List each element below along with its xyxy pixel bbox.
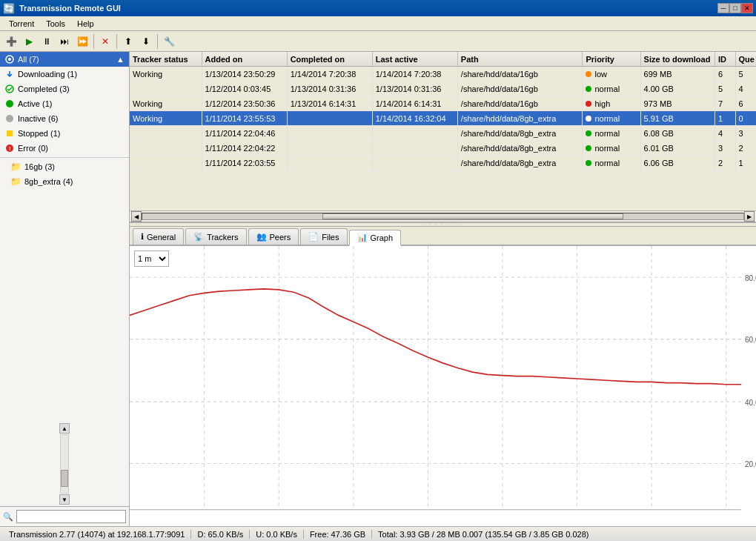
svg-text:20.0 KB/s: 20.0 KB/s <box>745 459 756 468</box>
td-added-4: 1/11/2014 22:04:46 <box>202 126 288 140</box>
menu-help[interactable]: Help <box>71 19 100 28</box>
td-lastactive-0: 1/14/2014 7:20:38 <box>373 67 458 81</box>
sidebar-item-all[interactable]: All (7) ▲ <box>0 52 129 67</box>
tab-peers[interactable]: 👥 Peers <box>248 228 299 245</box>
th-path[interactable]: Path <box>458 52 583 66</box>
td-priority-1: normal <box>583 82 640 96</box>
svg-text:40.0 KB/s: 40.0 KB/s <box>745 397 756 407</box>
table-row[interactable]: 1/11/2014 22:04:22 /share/hdd/data/8gb_e… <box>130 141 756 156</box>
td-queue-0: 5 <box>736 67 756 81</box>
sidebar-scrolltrack <box>60 434 69 494</box>
tab-general-label: General <box>147 233 176 242</box>
tab-graph[interactable]: 📊 Graph <box>349 230 402 246</box>
maximize-button[interactable]: □ <box>729 3 741 13</box>
td-added-6: 1/11/2014 22:03:55 <box>202 156 288 170</box>
sidebar-scrollup[interactable]: ▲ <box>116 55 125 64</box>
sidebar-scrollthumb[interactable] <box>61 470 68 487</box>
toolbar-resume-button[interactable]: ▶ <box>21 33 37 50</box>
sidebar-scroll-down[interactable]: ▼ <box>59 494 70 505</box>
tab-general[interactable]: ℹ General <box>133 228 184 245</box>
time-range-select[interactable]: 1 m 5 m 15 m 1 h <box>134 250 169 267</box>
graph-controls: 1 m 5 m 15 m 1 h <box>134 250 169 267</box>
td-completed-0: 1/14/2014 7:20:38 <box>288 67 373 81</box>
th-queue[interactable]: Que <box>736 52 756 66</box>
table-row[interactable]: 1/11/2014 22:04:46 /share/hdd/data/8gb_e… <box>130 126 756 141</box>
app-icon: 🔄 <box>3 3 15 14</box>
td-path-2: /share/hdd/data/16gb <box>458 96 583 110</box>
th-id[interactable]: ID <box>715 52 736 66</box>
scroll-right-button[interactable]: ▶ <box>744 211 755 222</box>
sidebar-list: All (7) ▲ Downloading (1) Completed (3) <box>0 52 129 422</box>
td-priority-3: normal <box>583 111 640 125</box>
th-completed-on[interactable]: Completed on <box>288 52 373 66</box>
app-title: Transmission Remote GUI <box>19 4 717 13</box>
toolbar-sep3 <box>157 34 158 49</box>
td-queue-6: 1 <box>736 156 756 170</box>
scroll-left-button[interactable]: ◀ <box>131 211 142 222</box>
search-input[interactable] <box>16 510 126 523</box>
minimize-button[interactable]: ─ <box>717 3 729 13</box>
th-priority[interactable]: Priority <box>583 52 640 66</box>
tab-trackers[interactable]: 📡 Trackers <box>185 228 246 245</box>
td-queue-2: 6 <box>736 96 756 110</box>
trackers-tab-icon: 📡 <box>193 232 204 242</box>
downloading-icon <box>4 69 15 79</box>
toolbar-up-button[interactable]: ⬆ <box>120 33 136 50</box>
td-priority-5: normal <box>583 141 640 155</box>
priority-dot-6 <box>586 160 591 166</box>
completed-icon <box>4 84 15 94</box>
toolbar-add-button[interactable]: ➕ <box>3 33 19 50</box>
toolbar-settings-button[interactable]: 🔧 <box>161 33 177 50</box>
th-added-on[interactable]: Added on <box>202 52 288 66</box>
sidebar-item-error[interactable]: ! Error (0) <box>0 141 129 156</box>
menu-tools[interactable]: Tools <box>40 19 71 28</box>
sidebar-item-downloading[interactable]: Downloading (1) <box>0 67 129 82</box>
td-size-0: 699 MB <box>641 67 715 81</box>
td-lastactive-3: 1/14/2014 16:32:04 <box>373 111 458 125</box>
th-last-active[interactable]: Last active <box>373 52 458 66</box>
sidebar-scroll-up[interactable]: ▲ <box>59 423 70 434</box>
td-queue-5: 2 <box>736 141 756 155</box>
toolbar-down-button[interactable]: ⬇ <box>138 33 154 50</box>
toolbar-remove-button[interactable]: ✕ <box>97 33 113 50</box>
sidebar-item-active[interactable]: Active (1) <box>0 96 129 111</box>
right-panel: Tracker status Added on Completed on Las… <box>130 52 756 526</box>
table-row[interactable]: Working 1/12/2014 23:50:36 1/13/2014 6:1… <box>130 96 756 111</box>
svg-rect-8 <box>130 246 756 526</box>
tab-trackers-label: Trackers <box>207 233 238 242</box>
table-row[interactable]: 1/11/2014 22:03:55 /share/hdd/data/8gb_e… <box>130 156 756 170</box>
th-size[interactable]: Size to download <box>641 52 715 66</box>
menu-torrent[interactable]: Torrent <box>3 19 40 28</box>
toolbar-resume-all-button[interactable]: ⏭ <box>56 33 73 50</box>
sidebar-item-completed[interactable]: Completed (3) <box>0 82 129 96</box>
sidebar-error-label: Error (0) <box>18 144 48 153</box>
toolbar-pause-button[interactable]: ⏸ <box>39 33 55 50</box>
sidebar-inactive-label: Inactive (6) <box>18 114 58 123</box>
sidebar-folder-16gb[interactable]: 📁 16gb (3) <box>0 159 129 174</box>
td-tracker-5 <box>130 141 202 155</box>
sidebar-item-inactive[interactable]: Inactive (6) <box>0 111 129 126</box>
close-button[interactable]: ✕ <box>741 3 753 13</box>
menu-bar: Torrent Tools Help <box>0 16 756 31</box>
table-row[interactable]: 1/12/2014 0:03:45 1/13/2014 0:31:36 1/13… <box>130 82 756 96</box>
table-row[interactable]: Working 1/13/2014 23:50:29 1/14/2014 7:2… <box>130 67 756 82</box>
sidebar-folder-16gb-label: 16gb (3) <box>24 162 55 171</box>
scroll-thumb[interactable] <box>322 213 623 219</box>
svg-point-4 <box>6 115 13 122</box>
tab-files[interactable]: 📄 Files <box>300 228 347 245</box>
toolbar-pause-all-button[interactable]: ⏩ <box>74 33 90 50</box>
td-size-5: 6.01 GB <box>641 141 715 155</box>
sidebar-item-stopped[interactable]: Stopped (1) <box>0 126 129 141</box>
priority-dot-3 <box>586 116 591 122</box>
td-queue-4: 3 <box>736 126 756 140</box>
th-tracker-status[interactable]: Tracker status <box>130 52 202 66</box>
status-total: Total: 3.93 GB / 28 MB 0.007 (135.54 GB … <box>372 530 594 539</box>
sidebar-folder-8gb[interactable]: 📁 8gb_extra (4) <box>0 174 129 189</box>
td-completed-4 <box>288 126 373 140</box>
priority-dot-1 <box>586 86 591 92</box>
sidebar-stopped-label: Stopped (1) <box>18 129 60 138</box>
td-priority-6: normal <box>583 156 640 170</box>
tab-bar: ℹ General 📡 Trackers 👥 Peers 📄 Files 📊 <box>130 227 756 246</box>
td-completed-3 <box>288 111 373 125</box>
table-row[interactable]: Working 1/11/2014 23:55:53 1/14/2014 16:… <box>130 111 756 126</box>
